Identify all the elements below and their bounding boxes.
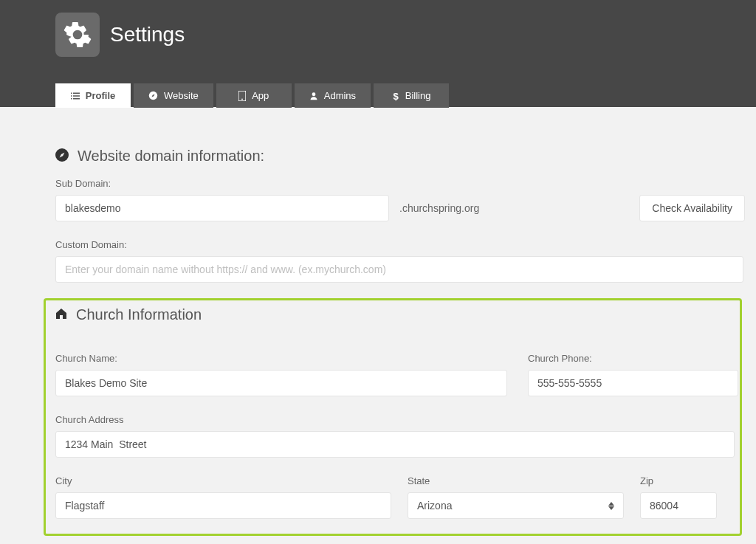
church-section: Church Information Church Name: Church P… xyxy=(55,306,745,519)
dollar-icon: $ xyxy=(392,91,399,101)
church-address-label: Church Address xyxy=(55,414,745,425)
gear-icon xyxy=(55,13,100,57)
compass-icon xyxy=(55,148,69,164)
subdomain-input[interactable] xyxy=(55,195,389,221)
custom-domain-label: Custom Domain: xyxy=(55,239,745,250)
svg-rect-4 xyxy=(71,98,72,100)
city-label: City xyxy=(55,475,391,486)
subdomain-label: Sub Domain: xyxy=(55,178,745,189)
church-name-input[interactable] xyxy=(55,370,507,396)
domain-section-header: Website domain information: xyxy=(55,148,745,165)
tab-admins[interactable]: Admins xyxy=(295,83,371,108)
tab-row: Profile Website App Admins $ Billing xyxy=(55,83,756,108)
tab-label: Profile xyxy=(86,90,115,101)
section-title: Church Information xyxy=(76,306,202,323)
tab-app[interactable]: App xyxy=(216,83,292,108)
compass-icon xyxy=(148,91,158,100)
page-title: Settings xyxy=(110,23,185,47)
domain-suffix: .churchspring.org xyxy=(399,202,479,214)
content: Website domain information: Sub Domain: … xyxy=(0,107,756,519)
church-section-header: Church Information xyxy=(55,306,745,323)
tab-website[interactable]: Website xyxy=(134,83,213,108)
church-phone-input[interactable] xyxy=(528,370,738,396)
svg-rect-3 xyxy=(73,95,80,97)
state-select[interactable]: Arizona xyxy=(408,492,624,519)
church-name-label: Church Name: xyxy=(55,353,507,364)
tab-profile[interactable]: Profile xyxy=(55,83,131,108)
church-phone-label: Church Phone: xyxy=(528,353,738,364)
custom-domain-input[interactable] xyxy=(55,256,743,283)
city-input[interactable] xyxy=(55,492,391,519)
home-icon xyxy=(55,308,67,322)
header-bar: Settings Profile Website App Admins xyxy=(0,0,756,107)
zip-label: Zip xyxy=(640,475,717,486)
user-icon xyxy=(309,92,318,100)
svg-point-9 xyxy=(241,98,243,100)
check-availability-button[interactable]: Check Availability xyxy=(639,195,745,221)
svg-marker-17 xyxy=(608,502,614,506)
svg-rect-5 xyxy=(73,98,80,100)
tab-label: Admins xyxy=(324,90,356,101)
tab-label: Website xyxy=(164,90,199,101)
phone-icon xyxy=(238,91,246,101)
tab-billing[interactable]: $ Billing xyxy=(374,83,449,108)
tab-label: App xyxy=(252,90,269,101)
chevron-up-down-icon xyxy=(608,502,614,510)
state-value: Arizona xyxy=(417,500,452,512)
state-label: State xyxy=(408,475,624,486)
svg-rect-1 xyxy=(73,92,80,94)
svg-rect-0 xyxy=(71,92,72,94)
church-address-input[interactable] xyxy=(55,431,735,458)
svg-marker-18 xyxy=(608,506,614,510)
section-title: Website domain information: xyxy=(78,148,264,165)
tab-label: Billing xyxy=(405,90,431,101)
zip-input[interactable] xyxy=(640,492,717,519)
svg-rect-2 xyxy=(71,95,72,97)
list-icon xyxy=(71,92,80,100)
svg-point-10 xyxy=(312,92,315,96)
svg-text:$: $ xyxy=(393,91,399,101)
